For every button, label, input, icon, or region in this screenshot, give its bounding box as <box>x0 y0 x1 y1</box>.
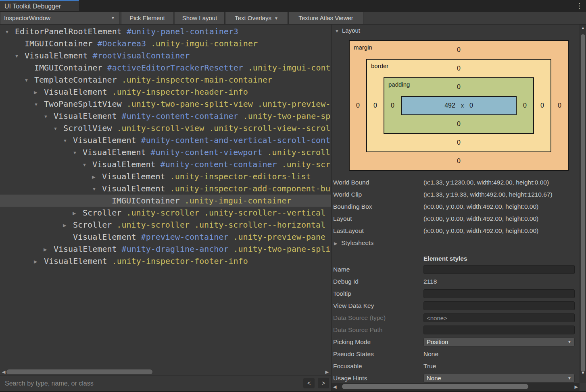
show-layout-button[interactable]: Show Layout <box>175 12 225 24</box>
scroll-left-icon[interactable]: ◀ <box>2 369 5 375</box>
expand-arrow-icon[interactable]: ▼ <box>63 135 73 146</box>
element-type: VisualElement <box>73 135 136 145</box>
text-overlays-dropdown[interactable]: Text Overlays▼ <box>226 12 287 24</box>
texture-atlas-viewer-button[interactable]: Texture Atlas Viewer <box>288 12 363 24</box>
tree-row[interactable]: ▶Scroller .unity-scroller .unity-scrolle… <box>0 207 331 219</box>
tree-row[interactable]: ▼VisualElement #unity-content-viewport .… <box>0 146 331 158</box>
expand-arrow-icon[interactable]: ▼ <box>82 159 92 170</box>
expand-arrow-icon[interactable]: ▼ <box>34 98 44 110</box>
collapse-arrow-icon[interactable]: ▶ <box>92 171 102 183</box>
scroll-down-icon[interactable]: ▼ <box>580 370 586 376</box>
element-type: VisualElement <box>102 184 165 193</box>
element-type: Scroller <box>73 220 112 230</box>
kebab-menu-icon[interactable]: ⋮ <box>576 1 583 11</box>
element-class: .unity-scroller <box>121 208 199 218</box>
expand-arrow-icon[interactable]: ▼ <box>44 110 54 122</box>
expand-arrow-icon[interactable]: ▼ <box>24 74 34 86</box>
tree-row[interactable]: ▼EditorPanelRootElement #unity-panel-con… <box>0 25 331 37</box>
search-next-button[interactable]: > <box>318 378 329 388</box>
field-label: Data Source (type) <box>333 312 386 324</box>
tree-row[interactable]: ▶VisualElement .unity-inspector-editors-… <box>0 170 331 183</box>
expand-arrow-icon[interactable]: ▼ <box>15 50 25 62</box>
scroll-up-icon[interactable]: ▲ <box>580 25 586 31</box>
expand-arrow-icon[interactable]: ▼ <box>73 147 83 158</box>
element-style-field-row: Data Source Path <box>332 324 580 336</box>
collapse-arrow-icon[interactable]: ▶ <box>63 219 73 231</box>
search-input[interactable] <box>4 377 248 390</box>
collapse-arrow-icon[interactable]: ▶ <box>334 237 341 249</box>
box-margin-layer: margin 0 0 0 0 border 0 0 0 0 padding <box>349 40 569 171</box>
tree-row[interactable]: ▼VisualElement #unity-content-and-vertic… <box>0 134 331 146</box>
data-source-path-field[interactable] <box>423 326 575 334</box>
field-label: View Data Key <box>333 300 374 312</box>
property-label: LastLayout <box>332 225 423 237</box>
view-data-key-field[interactable] <box>423 301 575 310</box>
picking-mode-dropdown[interactable]: Position▼ <box>423 338 575 346</box>
tab-ui-toolkit-debugger[interactable]: UI Toolkit Debugger <box>0 0 79 11</box>
detail-hscroll-thumb[interactable] <box>342 384 528 389</box>
field-label: Data Source Path <box>333 324 382 336</box>
expand-arrow-icon[interactable]: ▼ <box>53 122 63 134</box>
tree-row[interactable]: IMGUIContainer .unity-imgui-container <box>0 195 331 207</box>
property-value: (x:0.00, y:0.00, width:492.00, height:0.… <box>423 203 538 210</box>
tree-row[interactable]: ▶VisualElement #unity-dragline-anchor .u… <box>0 243 331 255</box>
pick-element-button[interactable]: Pick Element <box>121 12 173 24</box>
collapse-arrow-icon[interactable]: ▶ <box>34 255 44 267</box>
usage-hints-dropdown[interactable]: None▼ <box>423 374 575 383</box>
property-value: (x:0.00, y:0.00, width:492.00, height:0.… <box>423 215 538 222</box>
tree-row[interactable]: ▶VisualElement .unity-inspector-footer-i… <box>0 255 331 267</box>
element-id: #activeEditorTrackerResetter <box>102 63 243 73</box>
tree-row[interactable]: ▼ScrollView .unity-scroll-view .unity-sc… <box>0 122 331 134</box>
property-label: Layout <box>332 213 423 225</box>
element-class: .unity-imgui-container <box>180 196 292 205</box>
field-value: None <box>423 348 438 360</box>
element-type: VisualElement <box>25 51 88 60</box>
layout-section-title: Layout <box>342 27 360 34</box>
layout-section-header[interactable]: ▼Layout <box>332 25 580 37</box>
expand-arrow-icon[interactable]: ▼ <box>335 25 342 37</box>
detail-vertical-scrollbar[interactable]: ▲ ▼ <box>580 25 586 383</box>
element-style-field-row: Debug Id2118 <box>332 276 580 288</box>
padding-left-value: 0 <box>384 96 401 115</box>
tree-row[interactable]: IMGUIContainer #activeEditorTrackerReset… <box>0 62 331 74</box>
name-field[interactable] <box>423 265 575 274</box>
tooltip-field[interactable] <box>423 289 575 298</box>
tree-hscroll-thumb[interactable] <box>6 369 152 374</box>
tree-row[interactable]: ▶VisualElement .unity-inspector-header-i… <box>0 86 331 98</box>
margin-bottom-value: 0 <box>366 152 551 170</box>
tree-row[interactable]: IMGUIContainer #Dockarea3 .unity-imgui-c… <box>0 37 331 50</box>
window-select-dropdown[interactable]: InspectorWindow ▼ <box>0 12 119 24</box>
tree-row[interactable]: VisualElement #preview-container .unity-… <box>0 231 331 243</box>
element-type: VisualElement <box>54 244 117 254</box>
content-height-value: 0 <box>469 102 473 109</box>
chevron-down-icon: ▼ <box>567 374 571 382</box>
tree-row[interactable]: ▼TwoPaneSplitView .unity-two-pane-split-… <box>0 98 331 110</box>
tree-horizontal-scrollbar[interactable]: ◀ ▶ <box>0 368 331 376</box>
field-label: Tooltip <box>333 288 351 300</box>
scroll-left-icon[interactable]: ◀ <box>333 384 336 390</box>
element-type: IMGUIContainer <box>112 196 180 205</box>
detail-horizontal-scrollbar[interactable]: ◀ ▶ <box>332 383 580 391</box>
collapse-arrow-icon[interactable]: ▶ <box>34 86 44 98</box>
tree-row[interactable]: ▶Scroller .unity-scroller .unity-scrolle… <box>0 219 331 231</box>
element-type: IMGUIContainer <box>34 63 102 73</box>
tree-row[interactable]: ▼TemplateContainer .unity-inspector-main… <box>0 74 331 86</box>
data-source-type--field[interactable] <box>423 313 575 322</box>
stylesheets-foldout[interactable]: ▶Stylesheets <box>332 237 580 249</box>
element-type: TemplateContainer <box>34 75 117 85</box>
scroll-right-icon[interactable]: ▶ <box>575 384 578 390</box>
tree-row[interactable]: ▼VisualElement #unity-content-container … <box>0 158 331 170</box>
detail-vscroll-thumb[interactable] <box>581 34 585 372</box>
tree-row[interactable]: ▼VisualElement #unity-content-container … <box>0 110 331 122</box>
collapse-arrow-icon[interactable]: ▶ <box>73 207 83 219</box>
title-bar: UI Toolkit Debugger ⋮ <box>0 0 586 12</box>
tree-row[interactable]: ▼VisualElement .unity-inspector-add-comp… <box>0 183 331 195</box>
tree-row[interactable]: ▼VisualElement #rootVisualContainer <box>0 50 331 62</box>
field-label: Pseudo States <box>333 348 374 360</box>
expand-arrow-icon[interactable]: ▼ <box>92 183 102 195</box>
expand-arrow-icon[interactable]: ▼ <box>5 26 15 37</box>
scroll-right-icon[interactable]: ▶ <box>325 369 329 375</box>
element-id: #unity-content-container <box>156 160 277 169</box>
search-prev-button[interactable]: < <box>303 378 315 388</box>
collapse-arrow-icon[interactable]: ▶ <box>44 243 54 255</box>
